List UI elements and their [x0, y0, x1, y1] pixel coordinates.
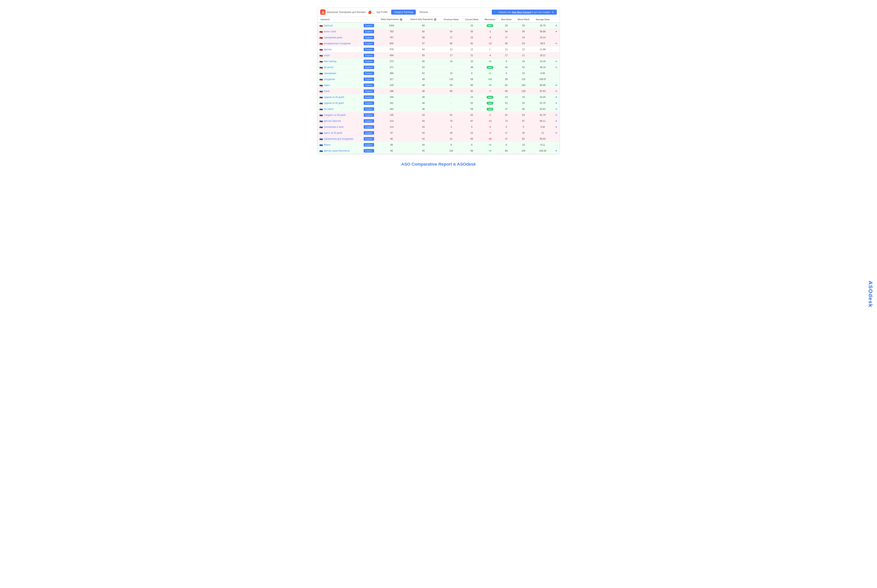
search-ads-cell: 57: [406, 40, 441, 46]
add-cell: +: [553, 40, 559, 46]
add-button[interactable]: +: [555, 42, 557, 45]
add-button[interactable]: +: [555, 131, 557, 135]
add-button[interactable]: +: [555, 24, 557, 27]
keyword-link[interactable]: home credit: [324, 30, 336, 33]
flag-icon: 🇷🇺: [319, 149, 323, 152]
add-button[interactable]: +: [555, 90, 557, 93]
explore-button[interactable]: Explore: [364, 84, 374, 87]
keyword-link[interactable]: фитнес: [324, 48, 332, 51]
search-ads-cell: 49: [406, 76, 441, 82]
avg-rank-cell: 3.32: [532, 124, 553, 130]
flag-icon: 🇷🇺: [319, 143, 323, 146]
worst-rank-cell: 5: [514, 124, 532, 130]
new-badge: new: [487, 66, 493, 69]
avg-rank-cell: 97.83: [532, 88, 553, 94]
explore-button[interactable]: Explore: [364, 143, 374, 147]
keyword-link[interactable]: home: [324, 90, 330, 93]
keyword-link[interactable]: интервальное голодание: [324, 42, 351, 45]
explore-cell: Explore: [361, 52, 377, 58]
add-button[interactable]: +: [555, 84, 557, 87]
flag-icon: 🇷🇺: [319, 90, 323, 93]
keyword-link[interactable]: пресс: [324, 84, 330, 87]
keyword-link[interactable]: тренировки: [324, 72, 336, 75]
explore-button[interactable]: Explore: [364, 149, 374, 153]
keyword-link[interactable]: худеем за 30 дней: [324, 102, 344, 105]
worst-rank-cell: 63: [514, 112, 532, 118]
explore-button[interactable]: Explore: [364, 107, 374, 111]
search-ads-cell: 43: [406, 112, 441, 118]
add-button[interactable]: +: [555, 66, 557, 69]
curr-rank-cell: 6: [462, 142, 481, 148]
daily-info-icon[interactable]: i: [400, 18, 402, 21]
explore-button[interactable]: Explore: [364, 90, 374, 93]
daily-impressions-cell: 66: [377, 148, 406, 154]
explore-button[interactable]: Explore: [364, 36, 374, 39]
search-ads-cell: 48: [406, 88, 441, 94]
keyword-link[interactable]: тренировки в зале: [324, 126, 344, 128]
explore-button[interactable]: Explore: [364, 54, 374, 57]
keyword-link[interactable]: пресс за 30 дней: [324, 132, 342, 134]
explore-button[interactable]: Explore: [364, 113, 374, 117]
add-button[interactable]: +: [555, 119, 557, 123]
add-button[interactable]: +: [555, 107, 557, 111]
keyword-cell: 🇷🇺фитнес браслет: [318, 118, 361, 124]
search-ads-cell: 69: [406, 22, 441, 28]
app-store-connect-link[interactable]: App Store Connect: [512, 11, 531, 13]
keyword-link[interactable]: fat sekret: [324, 108, 333, 110]
movement-value: -4: [489, 54, 491, 57]
explore-button[interactable]: Explore: [364, 60, 374, 63]
curr-rank-cell: 85: [462, 82, 481, 88]
add-button[interactable]: +: [555, 125, 557, 129]
tab-app-profile[interactable]: App Profile: [374, 10, 390, 15]
keyword-link[interactable]: фитнес браслет: [324, 120, 341, 122]
add-button[interactable]: +: [555, 101, 557, 105]
explore-button[interactable]: Explore: [364, 137, 374, 141]
search-ads-cell: 44: [406, 118, 441, 124]
keyword-link[interactable]: спорт: [324, 54, 330, 57]
tab-category-rankings[interactable]: Category Rankings: [391, 10, 416, 15]
keyword-link[interactable]: тренировки дома: [324, 36, 342, 39]
best-rank-cell: 26: [498, 22, 514, 28]
explore-button[interactable]: Explore: [364, 101, 374, 105]
explore-button[interactable]: Explore: [364, 95, 374, 99]
add-button[interactable]: +: [555, 149, 557, 152]
keyword-cell: 🇷🇺фитнес: [318, 46, 361, 52]
explore-button[interactable]: Explore: [364, 24, 374, 27]
explore-button[interactable]: Explore: [364, 42, 374, 45]
explore-cell: Explore: [361, 148, 377, 154]
keyword-link[interactable]: похудеть за 30 дней: [324, 114, 345, 116]
keyword-link[interactable]: худеем за 30 дней!: [324, 96, 344, 99]
keyword-link[interactable]: fitness: [324, 144, 331, 146]
explore-button[interactable]: Explore: [364, 72, 374, 75]
explore-button[interactable]: Explore: [364, 119, 374, 123]
explore-button[interactable]: Explore: [364, 30, 374, 33]
keyword-link[interactable]: fatsecret: [324, 24, 333, 27]
daily-impressions-cell: 66: [377, 142, 406, 148]
curr-rank-cell: 12: [462, 46, 481, 52]
keyword-link[interactable]: nike training: [324, 60, 336, 63]
movement-value: +4: [489, 150, 492, 152]
add-cell: [553, 34, 559, 40]
explore-button[interactable]: Explore: [364, 78, 374, 81]
banner-close-button[interactable]: ✕: [552, 10, 555, 14]
explore-button[interactable]: Explore: [364, 125, 374, 129]
table-row: 🇷🇺тренировкиExplore36652109+19109.45: [318, 70, 559, 76]
explore-button[interactable]: Explore: [364, 48, 374, 51]
avg-rank-cell: 61.79: [532, 112, 553, 118]
keyword-link[interactable]: fat secret: [324, 66, 333, 69]
explore-button[interactable]: Explore: [364, 131, 374, 135]
explore-button[interactable]: Explore: [364, 66, 374, 69]
add-cell: [553, 136, 559, 142]
add-button[interactable]: +: [555, 113, 557, 117]
search-ads-info-icon[interactable]: i: [434, 18, 436, 21]
add-button[interactable]: +: [555, 30, 557, 33]
keyword-link[interactable]: фитнес дома бесплатно: [324, 150, 350, 152]
worst-rank-cell: 87: [514, 118, 532, 124]
keyword-link[interactable]: похудение: [324, 78, 335, 81]
add-button[interactable]: +: [555, 60, 557, 63]
movement-value: -6: [489, 36, 491, 39]
curr-rank-cell: 21: [462, 52, 481, 58]
keyword-link[interactable]: упражнения для похудения: [324, 138, 353, 140]
tab-reviews[interactable]: Reviews: [417, 10, 430, 15]
add-button[interactable]: +: [555, 95, 557, 99]
